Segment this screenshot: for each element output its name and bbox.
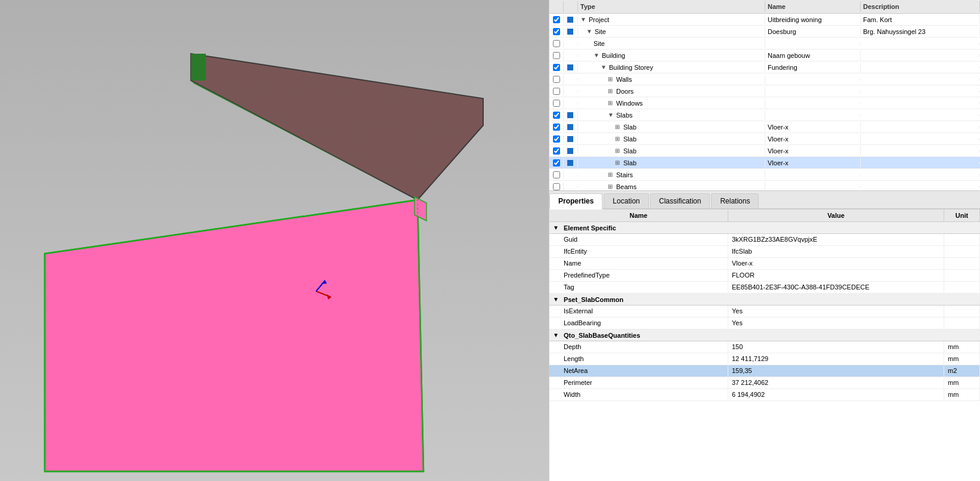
expand-icon[interactable]: ⊞ [608,171,615,178]
tree-checkbox[interactable] [553,159,560,166]
tree-row[interactable]: ▼SiteDoesburgBrg. Nahuyssingel 23 [549,26,980,38]
tree-row[interactable]: ⊞SlabVloer-x [549,157,980,169]
collapse-icon[interactable]: ▼ [553,332,559,338]
tree-view[interactable]: Type Name Description ▼ProjectUitbreidin… [549,0,980,191]
tree-checkbox[interactable] [553,112,560,119]
props-group-row: ▼Element Specific [549,222,980,234]
tree-checkbox[interactable] [553,100,560,107]
collapse-icon[interactable]: ▼ [608,112,615,118]
tree-check-cell[interactable] [549,15,564,24]
tree-desc-label: Fam. Kort [861,15,980,24]
tree-vis-cell[interactable] [564,147,578,155]
tree-vis-cell[interactable] [564,102,578,104]
tree-checkbox[interactable] [553,135,560,143]
expand-icon[interactable]: ⊞ [608,76,615,82]
collapse-icon[interactable]: ▼ [586,28,593,35]
prop-unit: mm [944,389,980,400]
tree-vis-cell[interactable] [564,159,578,167]
prop-value: FLOOR [728,270,944,281]
tree-check-cell[interactable] [549,87,564,96]
tree-check-cell[interactable] [549,146,564,156]
tree-check-cell[interactable] [549,134,564,144]
tree-check-cell[interactable] [549,98,564,108]
tree-checkbox[interactable] [553,16,560,23]
tree-vis-cell[interactable] [564,63,578,72]
collapse-icon[interactable]: ▼ [601,64,608,70]
visibility-indicator [567,29,573,35]
expand-icon[interactable]: ⊞ [608,100,615,106]
visibility-indicator [567,17,573,23]
tree-type-cell: ⊞Slab [578,146,765,156]
tree-type-label: Beams [616,183,636,190]
prop-name: NetArea [549,365,728,377]
tree-checkbox[interactable] [553,40,560,47]
tree-row[interactable]: ⊞SlabVloer-x [549,133,980,145]
tree-vis-cell[interactable] [564,27,578,36]
tree-vis-cell[interactable] [564,111,578,119]
tree-check-cell[interactable] [549,51,564,60]
tree-check-cell[interactable] [549,39,564,48]
tree-row[interactable]: ⊞SlabVloer-x [549,121,980,133]
prop-unit [944,282,980,293]
tree-check-cell[interactable] [549,158,564,168]
tree-checkbox[interactable] [553,124,560,131]
tree-row[interactable]: ▼ProjectUitbreiding woningFam. Kort [549,14,980,26]
expand-icon[interactable]: ⊞ [615,159,622,166]
tree-name-label: Vloer-x [765,158,861,168]
tree-vis-cell[interactable] [564,123,578,131]
tree-checkbox[interactable] [553,76,560,83]
expand-icon[interactable]: ⊞ [615,147,622,154]
tree-check-cell[interactable] [549,182,564,192]
tree-row[interactable]: ▼Building StoreyFundering [549,61,980,73]
tree-check-cell[interactable] [549,122,564,132]
expand-icon[interactable]: ⊞ [608,183,615,190]
tree-col-type: Type [578,1,765,12]
tree-check-cell[interactable] [549,27,564,36]
tree-vis-cell[interactable] [564,16,578,24]
collapse-icon[interactable]: ▼ [580,16,588,23]
tree-checkbox[interactable] [553,64,560,71]
tree-row[interactable]: ⊞Stairs [549,169,980,181]
tab-classification[interactable]: Classification [650,193,710,208]
collapse-icon[interactable]: ▼ [593,52,601,58]
expand-icon[interactable]: ⊞ [608,88,615,94]
tree-row[interactable]: ⊞Windows [549,97,980,109]
tree-checkbox[interactable] [553,88,560,95]
tree-check-cell[interactable] [549,75,564,84]
expand-icon[interactable]: ⊞ [615,124,622,130]
tree-row[interactable]: ⊞Doors [549,85,980,97]
tree-check-cell[interactable] [549,170,564,180]
collapse-icon[interactable]: ▼ [553,296,559,303]
tree-check-cell[interactable] [549,63,564,72]
tree-vis-cell[interactable] [564,90,578,92]
tree-vis-cell[interactable] [564,78,578,81]
tree-checkbox[interactable] [553,183,560,190]
tree-type-label: Building Storey [609,64,653,71]
tree-checkbox[interactable] [553,28,560,35]
tab-location[interactable]: Location [604,193,648,208]
tree-check-cell[interactable] [549,110,564,120]
tab-properties[interactable]: Properties [549,193,602,209]
tree-row[interactable]: ▼BuildingNaam gebouw [549,50,980,61]
prop-value: 12 411,7129 [728,353,944,365]
tree-row[interactable]: ▼Slabs [549,109,980,121]
tree-checkbox[interactable] [553,52,560,59]
tree-row[interactable]: Site [549,38,980,50]
tree-vis-cell[interactable] [564,174,578,176]
tree-vis-cell[interactable] [564,54,578,57]
collapse-icon[interactable]: ▼ [553,224,559,231]
tree-checkbox[interactable] [553,171,560,178]
props-data-row: NameVloer-x [549,258,980,270]
tree-vis-cell[interactable] [564,186,578,188]
tree-row[interactable]: ⊞SlabVloer-x [549,145,980,157]
tab-relations[interactable]: Relations [711,193,759,208]
tree-vis-cell[interactable] [564,135,578,143]
tree-row[interactable]: ⊞Walls [549,73,980,85]
tree-checkbox[interactable] [553,147,560,155]
tree-desc-label [861,186,980,188]
tree-row[interactable]: ⊞Beams [549,181,980,191]
tree-vis-cell[interactable] [564,42,578,45]
expand-icon[interactable]: ⊞ [615,135,622,142]
props-data-row: IsExternalYes [549,306,980,317]
tree-header: Type Name Description [549,0,980,14]
